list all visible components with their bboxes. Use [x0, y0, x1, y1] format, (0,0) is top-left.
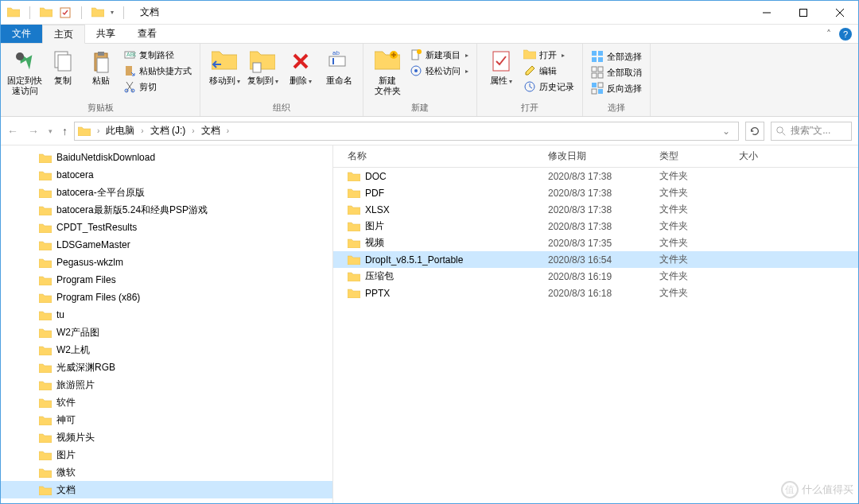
file-row[interactable]: 图片2020/8/3 17:38文件夹 [333, 218, 858, 235]
tree-item[interactable]: LDSGameMaster [1, 236, 332, 254]
tree-item[interactable]: batocera [1, 166, 332, 184]
svg-rect-2 [800, 9, 807, 16]
ribbon: 固定到快 速访问 复制 粘贴 ABC复制路径 粘贴快捷方式 剪切 剪贴板 移动到… [1, 44, 858, 117]
file-row[interactable]: DropIt_v8.5.1_Portable2020/8/3 16:54文件夹 [333, 251, 858, 268]
svg-rect-33 [592, 73, 597, 78]
recent-dropdown[interactable]: ▾ [49, 127, 52, 135]
move-to-button[interactable]: 移动到▾ [205, 45, 243, 87]
svg-rect-37 [592, 89, 597, 94]
svg-text:ABC: ABC [126, 52, 136, 57]
column-headers[interactable]: 名称 修改日期 类型 大小 [333, 145, 858, 168]
back-button[interactable]: ← [7, 125, 18, 138]
search-input[interactable]: 搜索"文... [771, 122, 852, 141]
address-dropdown[interactable]: ⌄ [717, 126, 735, 137]
copy-button[interactable]: 复制 [44, 45, 82, 86]
file-row[interactable]: PPTX2020/8/3 16:18文件夹 [333, 285, 858, 301]
folder-qat2-icon[interactable] [91, 6, 104, 19]
tree-item[interactable]: 图片 [1, 446, 332, 463]
tree-item[interactable]: Program Files (x86) [1, 289, 332, 306]
tree-item[interactable]: Pegasus-wkzlm [1, 254, 332, 271]
invert-selection-button[interactable]: 反向选择 [591, 82, 642, 95]
svg-rect-18 [332, 58, 334, 64]
tree-item[interactable]: 旅游照片 [1, 376, 332, 394]
svg-rect-13 [126, 66, 132, 76]
maximize-button[interactable] [785, 1, 822, 25]
svg-rect-28 [598, 51, 603, 56]
tree-item[interactable]: W2产品图 [1, 324, 332, 341]
tree-item[interactable]: tu [1, 306, 332, 324]
easy-access-button[interactable]: 轻松访问▸ [410, 64, 468, 77]
tree-item[interactable]: Program Files [1, 271, 332, 289]
file-row[interactable]: XLSX2020/8/3 17:38文件夹 [333, 201, 858, 218]
new-item-button[interactable]: 新建项目▸ [410, 48, 468, 61]
svg-rect-38 [598, 89, 603, 94]
ribbon-collapse-icon[interactable]: ˄ [826, 29, 831, 40]
qat-dropdown[interactable]: ▾ [111, 9, 114, 16]
paste-button[interactable]: 粘贴 [82, 45, 120, 86]
svg-line-40 [783, 132, 786, 135]
svg-point-5 [16, 52, 24, 60]
rename-button[interactable]: ab重命名 [320, 45, 358, 86]
open-button[interactable]: 打开▸ [523, 48, 574, 61]
svg-rect-35 [592, 83, 597, 87]
address-bar[interactable]: › 此电脑› 文档 (J:)› 文档› ⌄ [74, 122, 739, 141]
tree-item[interactable]: batocera-全平台原版 [1, 184, 332, 201]
svg-point-15 [131, 89, 134, 92]
tree-item[interactable]: 视频片头 [1, 428, 332, 446]
select-all-button[interactable]: 全部选择 [591, 50, 642, 63]
file-row[interactable]: PDF2020/8/3 17:38文件夹 [333, 184, 858, 201]
select-none-button[interactable]: 全部取消 [591, 66, 642, 79]
col-name[interactable]: 名称 [333, 149, 548, 163]
app-icon [7, 6, 20, 19]
help-icon[interactable]: ? [839, 28, 852, 41]
col-date[interactable]: 修改日期 [548, 149, 659, 163]
minimize-button[interactable] [748, 1, 785, 25]
history-button[interactable]: 历史记录 [523, 80, 574, 93]
tree-item[interactable]: W2上机 [1, 341, 332, 359]
group-new-label: 新建 [368, 100, 472, 116]
delete-button[interactable]: 删除▾ [282, 45, 320, 87]
refresh-button[interactable] [745, 122, 764, 141]
file-row[interactable]: 压缩包2020/8/3 16:19文件夹 [333, 268, 858, 285]
pin-button[interactable]: 固定到快 速访问 [6, 45, 44, 96]
file-row[interactable]: DOC2020/8/3 17:38文件夹 [333, 168, 858, 184]
file-row[interactable]: 视频2020/8/3 17:35文件夹 [333, 235, 858, 251]
svg-point-39 [777, 126, 783, 133]
watermark: 值什么值得买 [781, 481, 853, 498]
edit-button[interactable]: 编辑 [523, 64, 574, 77]
folder-tree[interactable]: BaiduNetdiskDownloadbatocerabatocera-全平台… [1, 145, 333, 503]
cut-button[interactable]: 剪切 [123, 80, 192, 93]
up-button[interactable]: ↑ [62, 125, 68, 138]
properties-qat-icon[interactable] [59, 6, 72, 19]
crumb-pc[interactable]: 此电脑 [103, 124, 138, 138]
group-clipboard-label: 剪贴板 [6, 100, 195, 116]
col-type[interactable]: 类型 [659, 149, 739, 163]
crumb-drive[interactable]: 文档 (J:) [147, 124, 189, 138]
col-size[interactable]: 大小 [739, 149, 858, 163]
copy-to-button[interactable]: 复制到▾ [243, 45, 282, 87]
new-folder-button[interactable]: 新建 文件夹 [368, 45, 406, 96]
tab-share[interactable]: 共享 [85, 25, 126, 43]
copy-path-button[interactable]: ABC复制路径 [123, 48, 192, 61]
tree-item[interactable]: 光威深渊RGB [1, 359, 332, 376]
file-list: 名称 修改日期 类型 大小 DOC2020/8/3 17:38文件夹PDF202… [333, 145, 858, 503]
tree-item[interactable]: 文档 [1, 481, 332, 498]
tab-home[interactable]: 主页 [42, 25, 85, 44]
close-button[interactable] [822, 1, 858, 25]
tab-file[interactable]: 文件 [1, 25, 42, 43]
properties-button[interactable]: 属性▾ [482, 45, 520, 87]
tree-item[interactable]: batocera最新版5.24和经典PSP游戏 [1, 201, 332, 219]
tree-item[interactable]: CPDT_TestResults [1, 219, 332, 236]
forward-button[interactable]: → [28, 125, 39, 138]
crumb-folder[interactable]: 文档 [198, 124, 223, 138]
paste-shortcut-button[interactable]: 粘贴快捷方式 [123, 64, 192, 77]
group-select-label: 选择 [588, 100, 645, 116]
svg-point-24 [414, 69, 418, 72]
svg-rect-31 [592, 67, 597, 72]
folder-qat-icon[interactable] [40, 6, 52, 19]
tree-item[interactable]: 软件 [1, 394, 332, 411]
tab-view[interactable]: 查看 [126, 25, 168, 43]
tree-item[interactable]: 神可 [1, 411, 332, 428]
tree-item[interactable]: 微软 [1, 463, 332, 481]
tree-item[interactable]: BaiduNetdiskDownload [1, 149, 332, 166]
